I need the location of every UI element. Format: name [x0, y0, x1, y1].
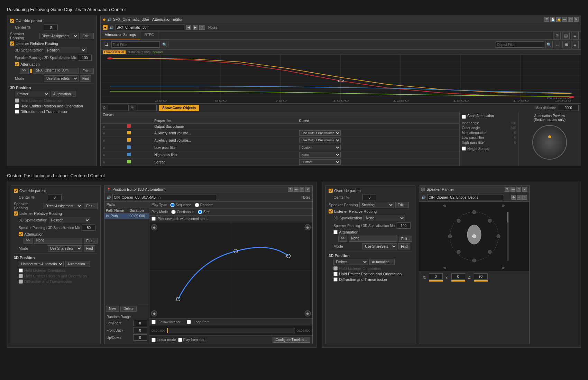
- play-from-start-checkbox[interactable]: [178, 338, 182, 342]
- continuous-radio[interactable]: [171, 210, 176, 214]
- attenuation-checkbox[interactable]: [15, 62, 19, 66]
- curve-copy-icon-5[interactable]: ⊕: [103, 153, 105, 157]
- br-speaker-panning-edit[interactable]: Edit...: [395, 202, 409, 208]
- pos-sound-name[interactable]: [112, 194, 216, 200]
- br-diffraction-checkbox[interactable]: [333, 277, 338, 282]
- sp-tb-btn1[interactable]: ⊕: [511, 195, 516, 200]
- bl-find-btn[interactable]: Find: [84, 245, 95, 251]
- br-mix-input[interactable]: [397, 222, 411, 229]
- step-radio[interactable]: [198, 210, 202, 214]
- x-coord-input[interactable]: [108, 105, 129, 111]
- center-percent-input[interactable]: [44, 24, 58, 30]
- attn-toolbar-btn2[interactable]: ▶: [193, 25, 197, 30]
- text-filter-input[interactable]: [111, 41, 160, 48]
- pos-close-btn[interactable]: ✕: [305, 187, 310, 192]
- sp-sound-name[interactable]: [427, 194, 503, 200]
- mode-select[interactable]: Use ShareSets: [44, 75, 79, 82]
- front-back-input[interactable]: [133, 327, 147, 333]
- curve-select-2[interactable]: Use Output Bus volume: [299, 130, 341, 136]
- loop-path-checkbox[interactable]: [187, 320, 191, 324]
- override-parent-checkbox[interactable]: [10, 19, 14, 23]
- sp-tb-btn2[interactable]: ○: [517, 195, 522, 200]
- y-coord-input[interactable]: [136, 105, 157, 111]
- bl-hold-listener-checkbox[interactable]: [19, 268, 23, 273]
- find-btn[interactable]: Find: [80, 75, 91, 82]
- linear-mode-checkbox[interactable]: [151, 338, 156, 342]
- attn-lock-btn[interactable]: 🔒: [556, 17, 561, 22]
- new-path-btn[interactable]: New: [106, 306, 119, 312]
- pick-path-checkbox[interactable]: [151, 217, 156, 221]
- attn-toolbar-btn1[interactable]: ◀: [186, 25, 191, 30]
- bl-speaker-panning-edit[interactable]: Edit...: [84, 203, 98, 209]
- br-attn-arrows[interactable]: >>: [338, 236, 347, 242]
- sp-maximize-btn[interactable]: □: [516, 187, 521, 192]
- left-right-input[interactable]: [133, 320, 147, 326]
- timeline-track[interactable]: [167, 328, 295, 333]
- attenuation-name[interactable]: SFX_Cinematic_30m: [34, 68, 79, 74]
- attn-save-btn[interactable]: 💾: [550, 17, 555, 22]
- x-value-input[interactable]: [429, 273, 443, 279]
- br-attenuation-checkbox[interactable]: [333, 230, 338, 234]
- curve-select-4[interactable]: Custom: [299, 145, 341, 150]
- path-row-1[interactable]: In_Path 00:05.000: [104, 213, 149, 219]
- sp-minimize-btn[interactable]: —: [511, 187, 515, 192]
- attn-view-btn1[interactable]: ⊞: [553, 32, 561, 39]
- pos-maximize-btn[interactable]: □: [300, 187, 304, 192]
- bl-mix-input[interactable]: [82, 225, 95, 231]
- attenuation-edit-btn[interactable]: Edit...: [80, 68, 94, 74]
- attn-view-btn2[interactable]: ▤: [562, 32, 570, 39]
- br-override-parent-checkbox[interactable]: [329, 189, 333, 193]
- attn-view-btn3[interactable]: ≡: [571, 32, 579, 39]
- diffraction-checkbox[interactable]: [15, 110, 19, 114]
- bl-override-parent-checkbox[interactable]: [14, 189, 18, 193]
- up-down-input[interactable]: [133, 334, 147, 341]
- automation-btn[interactable]: Automation...: [51, 91, 76, 97]
- pos-minimize-btn[interactable]: —: [294, 187, 298, 192]
- tab-rtpc[interactable]: RTPC: [140, 32, 158, 39]
- curve-select-6[interactable]: Custom: [299, 159, 341, 165]
- hold-emitter-checkbox[interactable]: [15, 104, 19, 108]
- curve-select-5[interactable]: None: [299, 152, 341, 158]
- max-distance-input[interactable]: [558, 105, 579, 111]
- attn-close-btn[interactable]: ✕: [574, 17, 579, 22]
- sequence-radio[interactable]: [170, 203, 175, 207]
- bl-attenuation-checkbox[interactable]: [19, 232, 23, 236]
- curve-copy-icon-2[interactable]: ⊕: [103, 132, 105, 135]
- pos-help-btn[interactable]: ?: [288, 187, 293, 192]
- bl-speaker-panning-select[interactable]: Direct Assignment: [43, 203, 82, 209]
- spatialization-select[interactable]: Position: [45, 47, 86, 53]
- br-speaker-panning-select[interactable]: Steering: [359, 202, 394, 208]
- br-attn-edit-btn[interactable]: Edit...: [399, 236, 413, 242]
- br-automation-btn[interactable]: Automation...: [369, 259, 395, 265]
- object-filter-search-btn[interactable]: 🔍: [545, 41, 553, 48]
- random-radio[interactable]: [195, 203, 199, 207]
- attn-help-btn[interactable]: ?: [544, 17, 549, 22]
- bl-automation-btn[interactable]: Automation...: [65, 261, 90, 267]
- follow-listener-checkbox[interactable]: [151, 320, 156, 324]
- attenuation-arrows[interactable]: >>: [20, 68, 29, 74]
- br-mode-select[interactable]: Use ShareSets: [362, 243, 397, 249]
- bl-attn-edit-btn[interactable]: Edit...: [84, 238, 98, 244]
- sp-help-btn[interactable]: ?: [505, 187, 509, 192]
- object-filter-btn2[interactable]: ⊞: [562, 41, 570, 48]
- filter-search-btn[interactable]: 🔍: [161, 41, 168, 48]
- attn-sound-name-input[interactable]: [115, 24, 184, 30]
- bl-position-select[interactable]: Listener with Automation: [19, 261, 64, 267]
- curve-select-3[interactable]: Use Output Bus volume: [299, 137, 341, 143]
- y-value-input[interactable]: [451, 273, 465, 279]
- object-filter-input[interactable]: [496, 41, 544, 48]
- filter-toggle-btn[interactable]: ⇄: [103, 41, 110, 48]
- object-filter-btn1[interactable]: …: [554, 41, 561, 48]
- sp-tb-btn3[interactable]: ○: [522, 195, 527, 200]
- sp-close-btn[interactable]: ✕: [522, 187, 527, 192]
- curve-copy-icon-4[interactable]: ⊕: [103, 146, 105, 150]
- br-hold-emitter-checkbox[interactable]: [333, 272, 338, 276]
- speaker-mix-input[interactable]: [78, 55, 92, 61]
- curve-copy-icon[interactable]: ⊕: [103, 125, 105, 129]
- show-game-objects-btn[interactable]: Show Game Objects: [159, 105, 199, 111]
- object-filter-btn3[interactable]: ≡: [571, 41, 579, 48]
- br-spatialization-select[interactable]: None: [364, 215, 405, 221]
- br-listener-routing-checkbox[interactable]: [329, 209, 333, 213]
- br-center-input[interactable]: [362, 194, 376, 200]
- speaker-panning-edit-btn[interactable]: Edit...: [80, 33, 94, 39]
